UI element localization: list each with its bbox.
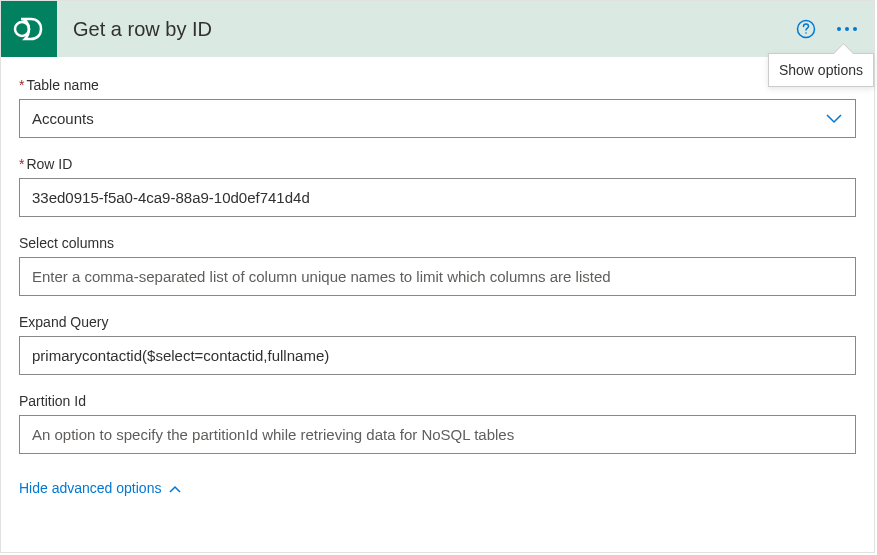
field-partition-id: Partition Id bbox=[19, 393, 856, 454]
connector-icon bbox=[1, 1, 57, 57]
chevron-up-icon bbox=[169, 480, 181, 496]
expand-query-label: Expand Query bbox=[19, 314, 856, 330]
required-marker: * bbox=[19, 156, 24, 172]
select-columns-label: Select columns bbox=[19, 235, 856, 251]
advanced-options-toggle[interactable]: Hide advanced options bbox=[19, 480, 181, 496]
expand-query-input[interactable] bbox=[19, 336, 856, 375]
table-name-label: *Table name bbox=[19, 77, 856, 93]
options-tooltip: Show options bbox=[768, 53, 874, 87]
row-id-input[interactable] bbox=[19, 178, 856, 217]
partition-id-label: Partition Id bbox=[19, 393, 856, 409]
advanced-toggle-label: Hide advanced options bbox=[19, 480, 161, 496]
svg-point-3 bbox=[837, 27, 841, 31]
svg-point-2 bbox=[805, 32, 807, 34]
field-row-id: *Row ID bbox=[19, 156, 856, 217]
svg-point-4 bbox=[845, 27, 849, 31]
help-icon[interactable] bbox=[796, 19, 816, 39]
card-header: Get a row by ID Show options bbox=[1, 1, 874, 57]
partition-id-input[interactable] bbox=[19, 415, 856, 454]
table-name-select[interactable] bbox=[19, 99, 856, 138]
card-body: *Table name *Row ID Select columns E bbox=[1, 57, 874, 552]
action-card: Get a row by ID Show options bbox=[0, 0, 875, 553]
field-select-columns: Select columns bbox=[19, 235, 856, 296]
field-expand-query: Expand Query bbox=[19, 314, 856, 375]
svg-point-0 bbox=[15, 22, 29, 36]
table-name-input[interactable] bbox=[19, 99, 856, 138]
card-title: Get a row by ID bbox=[73, 18, 796, 41]
more-options-icon[interactable] bbox=[836, 26, 858, 32]
field-table-name: *Table name bbox=[19, 77, 856, 138]
header-actions bbox=[796, 19, 858, 39]
required-marker: * bbox=[19, 77, 24, 93]
svg-point-5 bbox=[853, 27, 857, 31]
select-columns-input[interactable] bbox=[19, 257, 856, 296]
tooltip-text: Show options bbox=[779, 62, 863, 78]
row-id-label: *Row ID bbox=[19, 156, 856, 172]
